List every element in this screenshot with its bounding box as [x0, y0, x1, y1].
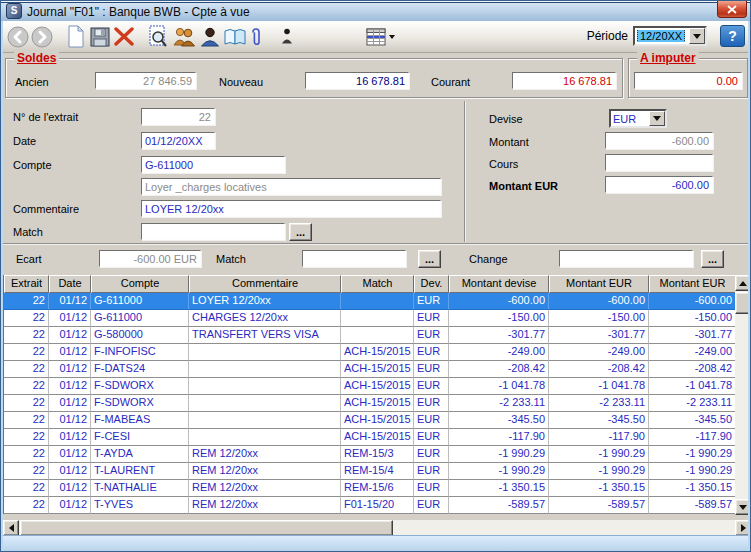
close-button[interactable] — [717, 1, 747, 18]
table-cell: -2 233.11 — [449, 395, 549, 412]
table-row[interactable]: 2201/12G-611000CHARGES 12/20xxEUR-150.00… — [4, 310, 736, 327]
nouveau-label: Nouveau — [219, 76, 263, 88]
table-cell: -345.50 — [549, 412, 649, 429]
table-cell: 01/12 — [49, 429, 91, 446]
table-row[interactable]: 2201/12F-SDWORXACH-15/2015EUR-1 041.78-1… — [4, 378, 736, 395]
cours-field[interactable] — [605, 154, 713, 171]
table-cell: -589.57 — [649, 497, 736, 514]
column-header[interactable]: Montant devise — [449, 275, 549, 293]
column-header[interactable]: Extrait — [4, 275, 49, 293]
table-cell: -1 350.15 — [449, 480, 549, 497]
montant-field[interactable] — [605, 132, 713, 149]
table-cell: -1 990.29 — [549, 446, 649, 463]
horizontal-scrollbar[interactable] — [3, 520, 751, 536]
grid-view-button[interactable] — [366, 23, 386, 51]
table-cell: EUR — [414, 497, 449, 514]
save-button[interactable] — [88, 23, 112, 51]
book-button[interactable] — [222, 23, 248, 51]
delete-button[interactable] — [112, 23, 136, 51]
table-cell: CHARGES 12/20xx — [189, 310, 341, 327]
user-button[interactable] — [198, 23, 222, 51]
match-field[interactable] — [141, 223, 285, 240]
ecart-match-field[interactable] — [302, 250, 406, 267]
table-row[interactable]: 2201/12T-YVESREM 12/20xxF01-15/20EUR-589… — [4, 497, 736, 514]
paperclip-icon — [250, 26, 262, 48]
period-value: 12/20XX — [637, 30, 685, 42]
table-row[interactable]: 2201/12T-NATHALIEREM 12/20xxREM-15/6EUR-… — [4, 480, 736, 497]
column-header[interactable]: Montant EUR — [649, 275, 736, 293]
table-cell: EUR — [414, 446, 449, 463]
back-button[interactable] — [6, 23, 30, 51]
table-cell: EUR — [414, 480, 449, 497]
compte-field[interactable] — [141, 156, 285, 173]
help-button[interactable]: ? — [720, 25, 745, 47]
a-imputer-field[interactable] — [634, 72, 742, 89]
commentaire-field[interactable] — [141, 200, 441, 217]
table-cell — [189, 395, 341, 412]
chevron-down-icon — [693, 34, 701, 39]
extrait-field[interactable] — [141, 108, 215, 125]
grid-view-dropdown-button[interactable] — [386, 24, 398, 50]
arrow-left-icon — [9, 524, 14, 532]
nouveau-field[interactable] — [305, 72, 409, 89]
table-cell: -1 990.29 — [649, 446, 736, 463]
devise-combobox[interactable]: EUR — [609, 109, 667, 128]
date-field[interactable] — [141, 132, 215, 149]
table-cell: EUR — [414, 378, 449, 395]
cours-label: Cours — [489, 158, 518, 170]
table-row[interactable]: 2201/12F-INFOFISCACH-15/2015EUR-249.00-2… — [4, 344, 736, 361]
table-cell: 22 — [4, 395, 49, 412]
users-button[interactable] — [170, 23, 198, 51]
courant-field[interactable] — [512, 72, 616, 89]
montant-eur-field[interactable] — [605, 176, 713, 193]
new-document-icon — [67, 25, 85, 48]
table-cell: REM 12/20xx — [189, 446, 341, 463]
journal-grid: ExtraitDateCompteCommentaireMatchDev.Mon… — [3, 275, 736, 514]
column-header[interactable]: Dev. — [414, 275, 449, 293]
scroll-left-button[interactable] — [3, 520, 19, 536]
change-lookup-button[interactable]: ... — [701, 250, 724, 268]
table-cell: F-DATS24 — [91, 361, 189, 378]
column-header[interactable]: Montant EUR — [549, 275, 649, 293]
devise-label: Devise — [489, 113, 523, 125]
table-row[interactable]: 2201/12F-MABEASACH-15/2015EUR-345.50-345… — [4, 412, 736, 429]
table-row[interactable]: 2201/12G-611000LOYER 12/20xxEUR-600.00-6… — [4, 293, 736, 310]
print-preview-button[interactable] — [146, 23, 170, 51]
column-header[interactable]: Commentaire — [189, 275, 341, 293]
ancien-field[interactable] — [95, 72, 196, 89]
ecart-match-lookup-button[interactable]: ... — [418, 250, 441, 268]
table-cell: ACH-15/2015 — [341, 361, 414, 378]
column-header[interactable]: Compte — [91, 275, 189, 293]
period-dropdown-button[interactable] — [689, 28, 705, 44]
table-cell: -150.00 — [549, 310, 649, 327]
column-header[interactable]: Match — [341, 275, 414, 293]
new-document-button[interactable] — [64, 23, 88, 51]
user-icon — [199, 26, 221, 48]
table-row[interactable]: 2201/12F-DATS24ACH-15/2015EUR-208.42-208… — [4, 361, 736, 378]
table-row[interactable]: 2201/12F-SDWORXACH-15/2015EUR-2 233.11-2… — [4, 395, 736, 412]
forward-button[interactable] — [30, 23, 54, 51]
montant-eur-label: Montant EUR — [489, 180, 558, 192]
table-cell: G-580000 — [91, 327, 189, 344]
person-button[interactable] — [280, 23, 294, 51]
table-cell: ACH-15/2015 — [341, 344, 414, 361]
table-cell: -150.00 — [649, 310, 736, 327]
column-header[interactable]: Date — [49, 275, 91, 293]
table-row[interactable]: 2201/12T-AYDAREM 12/20xxREM-15/3EUR-1 99… — [4, 446, 736, 463]
table-cell: -249.00 — [549, 344, 649, 361]
horizontal-scroll-thumb[interactable] — [20, 520, 393, 536]
toolbar: Période 12/20XX ? — [2, 21, 751, 53]
table-row[interactable]: 2201/12F-CESIACH-15/2015EUR-117.90-117.9… — [4, 429, 736, 446]
table-cell: F-INFOFISC — [91, 344, 189, 361]
table-row[interactable]: 2201/12T-LAURENTREM 12/20xxREM-15/4EUR-1… — [4, 463, 736, 480]
change-field[interactable] — [559, 250, 693, 267]
ecart-field[interactable] — [99, 250, 201, 267]
table-cell: EUR — [414, 412, 449, 429]
table-cell: 22 — [4, 310, 49, 327]
devise-dropdown-button[interactable] — [649, 111, 665, 126]
table-row[interactable]: 2201/12G-580000TRANSFERT VERS VISAEUR-30… — [4, 327, 736, 344]
table-cell: -2 233.11 — [549, 395, 649, 412]
period-combobox[interactable]: 12/20XX — [633, 26, 707, 46]
attachment-button[interactable] — [248, 23, 264, 51]
match-lookup-button[interactable]: ... — [289, 223, 312, 241]
